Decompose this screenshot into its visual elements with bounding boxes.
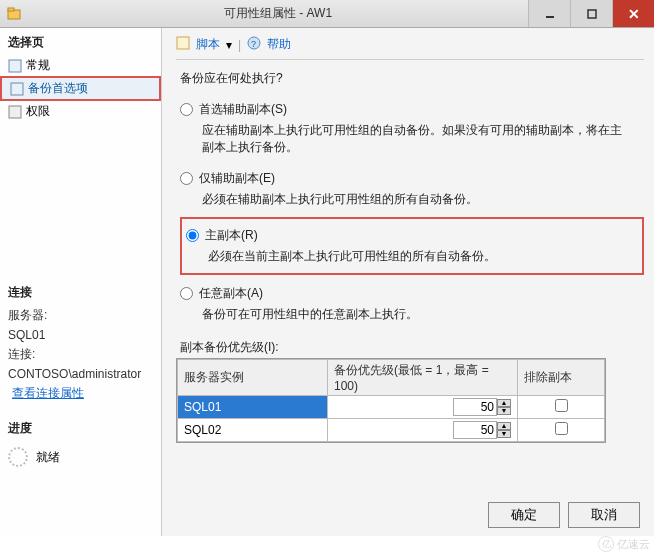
cell-exclude[interactable]: [518, 395, 605, 418]
svg-rect-1: [8, 8, 14, 11]
sidebar-item-permissions[interactable]: 权限: [0, 101, 161, 122]
script-icon: [176, 36, 190, 53]
status-row: 就绪: [0, 445, 161, 469]
sidebar-item-label: 常规: [26, 57, 50, 74]
grid-label: 副本备份优先级(I):: [180, 339, 644, 356]
app-icon: [6, 6, 22, 22]
svg-text:?: ?: [251, 39, 256, 49]
footer: 确定 取消: [162, 494, 654, 536]
sidebar-item-label: 备份首选项: [28, 80, 88, 97]
toolbar: 脚本 ▾ | ? 帮助: [176, 36, 644, 60]
priority-grid[interactable]: 服务器实例 备份优先级(最低 = 1，最高 = 100) 排除副本 SQL01 …: [176, 358, 606, 443]
exclude-checkbox[interactable]: [555, 399, 568, 412]
page-icon: [10, 82, 24, 96]
spin-up-icon[interactable]: ▲: [497, 399, 511, 407]
svg-rect-4: [9, 60, 21, 72]
col-server[interactable]: 服务器实例: [178, 359, 328, 395]
primary-highlight: 主副本(R) 必须在当前主副本上执行此可用性组的所有自动备份。: [180, 217, 644, 275]
radio-any[interactable]: 任意副本(A): [180, 281, 644, 306]
table-row[interactable]: SQL02 ▲▼: [178, 418, 605, 441]
sidebar-item-label: 权限: [26, 103, 50, 120]
radio-prefer-secondary-desc: 应在辅助副本上执行此可用性组的自动备份。如果没有可用的辅助副本，将在主副本上执行…: [202, 122, 622, 156]
table-row[interactable]: SQL01 ▲▼: [178, 395, 605, 418]
radio-primary-desc: 必须在当前主副本上执行此可用性组的所有自动备份。: [208, 248, 628, 265]
sidebar-heading: 选择页: [0, 32, 161, 55]
cell-priority[interactable]: ▲▼: [328, 395, 518, 418]
conn-value: CONTOSO\administrator: [0, 365, 161, 383]
server-label: 服务器:: [0, 305, 161, 326]
sidebar-item-backup-pref[interactable]: 备份首选项: [0, 76, 161, 101]
radio-prefer-secondary[interactable]: 首选辅助副本(S): [180, 97, 644, 122]
watermark-icon: 亿: [598, 536, 614, 552]
cell-server[interactable]: SQL01: [178, 395, 328, 418]
cell-exclude[interactable]: [518, 418, 605, 441]
priority-input[interactable]: [453, 421, 497, 439]
backup-question: 备份应在何处执行?: [180, 70, 644, 87]
radio-primary[interactable]: 主副本(R): [186, 223, 638, 248]
radio-prefer-secondary-input[interactable]: [180, 103, 193, 116]
priority-input[interactable]: [453, 398, 497, 416]
script-button[interactable]: 脚本: [196, 36, 220, 53]
col-exclude[interactable]: 排除副本: [518, 359, 605, 395]
page-icon: [8, 59, 22, 73]
server-value: SQL01: [0, 326, 161, 344]
svg-rect-3: [588, 10, 596, 18]
svg-rect-6: [9, 106, 21, 118]
radio-primary-input[interactable]: [186, 229, 199, 242]
status-text: 就绪: [36, 449, 60, 466]
conn-label: 连接:: [0, 344, 161, 365]
svg-rect-8: [177, 37, 189, 49]
progress-heading: 进度: [0, 418, 161, 441]
sidebar: 选择页 常规 备份首选项 权限 连接 服务器: SQL01 连接: CONTOS…: [0, 28, 162, 536]
minimize-button[interactable]: [528, 0, 570, 27]
titlebar: 可用性组属性 - AW1 ✕: [0, 0, 654, 28]
connection-heading: 连接: [0, 282, 161, 305]
svg-rect-5: [11, 83, 23, 95]
col-priority[interactable]: 备份优先级(最低 = 1，最高 = 100): [328, 359, 518, 395]
radio-secondary-only-input[interactable]: [180, 172, 193, 185]
maximize-button[interactable]: [570, 0, 612, 27]
window-buttons: ✕: [528, 0, 654, 27]
help-button[interactable]: 帮助: [267, 36, 291, 53]
watermark: 亿 亿速云: [598, 536, 650, 552]
main-panel: 脚本 ▾ | ? 帮助 备份应在何处执行? 首选辅助副本(S) 应在辅助副本上执…: [162, 28, 654, 536]
radio-any-input[interactable]: [180, 287, 193, 300]
radio-any-desc: 备份可在可用性组中的任意副本上执行。: [202, 306, 622, 323]
view-connection-link[interactable]: 查看连接属性: [0, 383, 161, 404]
radio-secondary-only-desc: 必须在辅助副本上执行此可用性组的所有自动备份。: [202, 191, 622, 208]
window-title: 可用性组属性 - AW1: [28, 5, 528, 22]
spinner-icon: [8, 447, 28, 467]
cell-priority[interactable]: ▲▼: [328, 418, 518, 441]
ok-button[interactable]: 确定: [488, 502, 560, 528]
dropdown-icon[interactable]: ▾: [226, 38, 232, 52]
spin-up-icon[interactable]: ▲: [497, 422, 511, 430]
radio-group: 首选辅助副本(S) 应在辅助副本上执行此可用性组的自动备份。如果没有可用的辅助副…: [180, 97, 644, 333]
close-button[interactable]: ✕: [612, 0, 654, 27]
cancel-button[interactable]: 取消: [568, 502, 640, 528]
cell-server[interactable]: SQL02: [178, 418, 328, 441]
radio-secondary-only[interactable]: 仅辅助副本(E): [180, 166, 644, 191]
help-icon: ?: [247, 36, 261, 53]
sidebar-item-general[interactable]: 常规: [0, 55, 161, 76]
spin-down-icon[interactable]: ▼: [497, 430, 511, 438]
page-icon: [8, 105, 22, 119]
exclude-checkbox[interactable]: [555, 422, 568, 435]
spin-down-icon[interactable]: ▼: [497, 407, 511, 415]
